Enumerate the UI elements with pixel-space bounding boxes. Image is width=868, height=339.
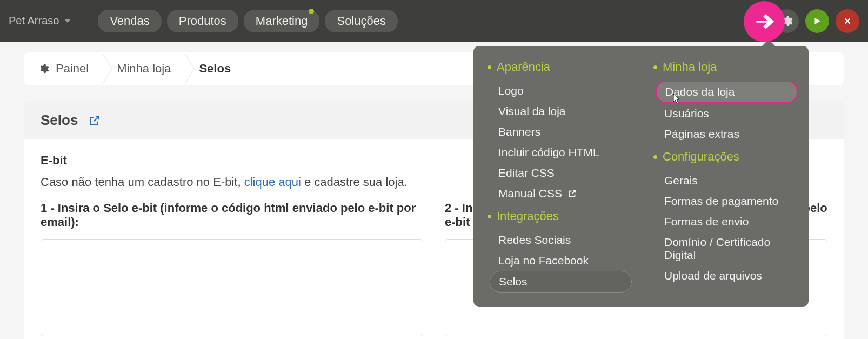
close-button[interactable] [836,9,859,33]
page-title: Selos [41,112,78,129]
nav-vendas[interactable]: Vendas [98,10,161,32]
menu-item-pagamento[interactable]: Formas de pagamento [656,191,798,211]
bullet-icon [488,215,491,218]
nav-marketing-label: Marketing [256,14,308,28]
breadcrumb-painel[interactable]: Painel [24,52,103,85]
store-name-label: Pet Arraso [9,15,59,27]
cursor-icon [673,94,682,104]
menu-item-gerais[interactable]: Gerais [656,170,798,191]
clique-aqui-link[interactable]: clique aqui [244,175,301,189]
menu-col-left: Aparência Logo Visual da loja Banners In… [488,60,632,293]
gear-icon [38,63,49,74]
menu-item-upload[interactable]: Upload de arquivos [656,265,798,286]
nav-produtos[interactable]: Produtos [167,10,238,32]
menu-item-label: Manual CSS [498,187,562,200]
breadcrumb-label: Minha loja [117,62,171,76]
breadcrumb-label: Painel [56,62,89,76]
nav-marketing[interactable]: Marketing [244,10,320,32]
store-selector[interactable]: Pet Arraso [9,15,71,27]
menu-heading-label: Minha loja [663,60,717,74]
settings-dropdown: Aparência Logo Visual da loja Banners In… [473,46,809,307]
breadcrumb-minha-loja[interactable]: Minha loja [103,52,185,85]
menu-heading-integracoes: Integrações [488,209,632,223]
close-icon [843,17,852,25]
menu-item-dominio[interactable]: Domínio / Certificado Digital [656,232,798,265]
menu-item-incluir-html[interactable]: Incluir código HTML [490,142,632,163]
desc-pre: Caso não tenha um cadastro no E-bit, [41,175,244,189]
caret-down-icon [64,19,71,23]
menu-item-selos[interactable]: Selos [490,271,632,293]
menu-item-envio[interactable]: Formas de envio [656,211,798,232]
topbar: Pet Arraso Vendas Produtos Marketing Sol… [0,0,868,42]
play-icon [812,16,822,26]
external-link-icon [567,189,577,198]
desc-post: e cadastre sua loja. [301,175,408,189]
field1-textarea[interactable] [41,239,423,336]
menu-item-redes[interactable]: Redes Sociais [490,230,632,250]
menu-heading-config: Configurações [653,150,798,164]
menu-item-manual-css[interactable]: Manual CSS [490,183,632,204]
menu-heading-aparencia: Aparência [488,60,632,74]
bullet-icon [653,65,657,69]
bullet-icon [488,65,491,69]
arrow-annotation [744,1,785,42]
menu-item-paginas[interactable]: Páginas extras [656,124,798,144]
nav-solucoes[interactable]: Soluções [325,10,398,32]
menu-item-usuarios[interactable]: Usuários [656,103,798,124]
menu-item-logo[interactable]: Logo [490,81,632,101]
field-col-1: 1 - Insira o Selo e-bit (informe o códig… [41,201,423,338]
breadcrumb-label: Selos [199,62,231,76]
menu-item-fb[interactable]: Loja no Facebook [490,250,632,271]
menu-item-banners[interactable]: Banners [490,122,632,142]
topbar-actions [775,9,859,33]
external-link-icon[interactable] [89,115,101,127]
notification-dot-icon [309,9,314,14]
menu-item-visual[interactable]: Visual da loja [490,101,632,122]
menu-heading-minha-loja: Minha loja [653,60,798,74]
play-button[interactable] [805,9,829,33]
bullet-icon [653,155,657,159]
menu-heading-label: Aparência [497,60,550,74]
menu-heading-label: Integrações [497,209,559,223]
menu-item-editar-css[interactable]: Editar CSS [490,163,632,183]
field1-label: 1 - Insira o Selo e-bit (informe o códig… [41,201,423,229]
arrow-right-icon [752,10,776,34]
menu-heading-label: Configurações [663,150,739,164]
